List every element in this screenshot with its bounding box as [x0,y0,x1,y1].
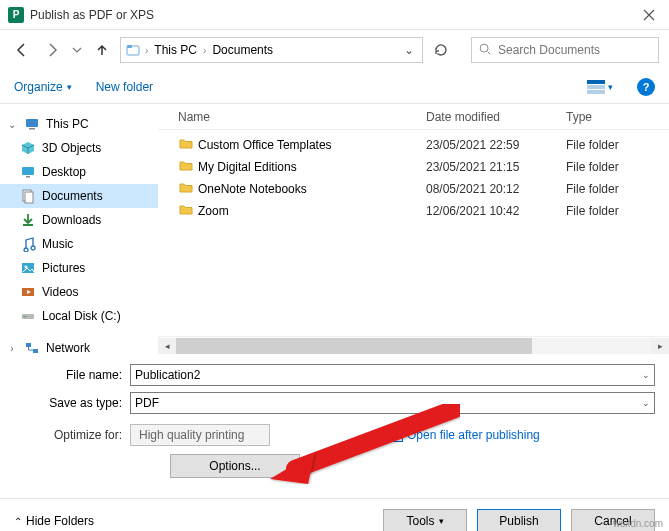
scroll-right-icon[interactable]: ▸ [651,338,669,354]
column-headers[interactable]: Name Date modified Type [158,104,669,130]
search-input[interactable]: Search Documents [471,37,659,63]
music-icon [20,236,36,252]
hide-folders-button[interactable]: ⌃ Hide Folders [14,514,94,528]
chevron-down-icon: ▾ [67,82,72,92]
network-icon [24,340,40,354]
svg-point-2 [480,44,488,52]
tree-item-local-disk[interactable]: Local Disk (C:) [0,304,158,328]
tree-label: 3D Objects [42,141,101,155]
file-name: My Digital Editions [198,160,426,174]
folder-icon [178,180,198,199]
help-icon[interactable]: ? [637,78,655,96]
table-row[interactable]: OneNote Notebooks08/05/2021 20:12File fo… [158,178,669,200]
chevron-right-icon: › [203,45,206,56]
folder-icon [178,158,198,177]
svg-rect-1 [127,45,132,48]
file-type: File folder [566,204,669,218]
documents-icon [20,188,36,204]
publish-button[interactable]: Publish [477,509,561,531]
column-date[interactable]: Date modified [426,110,566,124]
tree-label: Pictures [42,261,85,275]
svg-rect-11 [25,192,33,203]
disk-icon [20,308,36,324]
chevron-up-icon: ⌃ [14,516,22,527]
saveas-dropdown[interactable]: PDF ⌄ [130,392,655,414]
refresh-icon[interactable] [429,38,453,62]
breadcrumb[interactable]: › This PC › Documents ⌄ [120,37,423,63]
tree-item-3d-objects[interactable]: 3D Objects [0,136,158,160]
svg-rect-4 [587,85,605,89]
svg-rect-19 [33,349,38,353]
table-row[interactable]: Zoom12/06/2021 10:42File folder [158,200,669,222]
file-name: Custom Office Templates [198,138,426,152]
tree-item-this-pc[interactable]: ⌄ This PC [0,112,158,136]
file-name: Zoom [198,204,426,218]
tree-item-pictures[interactable]: Pictures [0,256,158,280]
table-row[interactable]: Custom Office Templates23/05/2021 22:59F… [158,134,669,156]
back-icon[interactable] [10,38,34,62]
svg-rect-5 [587,90,605,94]
file-name: OneNote Notebooks [198,182,426,196]
svg-rect-17 [24,316,27,317]
downloads-icon [20,212,36,228]
open-after-label: Open file after publishing [407,428,540,442]
tree-item-documents[interactable]: Documents [0,184,158,208]
svg-rect-18 [26,343,31,347]
tree-label: Documents [42,189,103,203]
new-folder-button[interactable]: New folder [96,80,153,94]
tree-item-music[interactable]: Music [0,232,158,256]
up-icon[interactable] [90,38,114,62]
tree-item-videos[interactable]: Videos [0,280,158,304]
file-date: 23/05/2021 21:15 [426,160,566,174]
organize-button[interactable]: Organize ▾ [14,80,72,94]
tree-item-network[interactable]: › Network [0,336,158,354]
close-icon[interactable] [629,0,669,30]
svg-rect-12 [23,224,33,226]
table-row[interactable]: My Digital Editions23/05/2021 21:15File … [158,156,669,178]
filename-input[interactable]: Publication2 ⌄ [130,364,655,386]
options-button[interactable]: Options... [170,454,300,478]
tree-item-downloads[interactable]: Downloads [0,208,158,232]
optimize-value: High quality printing [130,424,270,446]
open-after-checkbox[interactable]: ✓ Open file after publishing [390,428,540,442]
filename-label: File name: [14,368,130,382]
tree-label: Videos [42,285,78,299]
3d-icon [20,140,36,156]
tree-item-desktop[interactable]: Desktop [0,160,158,184]
column-type[interactable]: Type [566,110,669,124]
pictures-icon [20,260,36,276]
breadcrumb-folder[interactable]: Documents [210,43,275,57]
tree-label: Desktop [42,165,86,179]
horizontal-scrollbar[interactable]: ◂ ▸ [158,336,669,354]
search-icon [478,42,492,59]
optimize-label: Optimize for: [54,428,130,442]
pc-icon [24,116,40,132]
chevron-down-icon[interactable]: ⌄ [642,398,650,408]
svg-rect-9 [26,176,30,178]
file-date: 08/05/2021 20:12 [426,182,566,196]
tree-label: This PC [46,117,89,131]
chevron-down-icon[interactable]: ⌄ [642,370,650,380]
tools-button[interactable]: Tools ▾ [383,509,467,531]
file-date: 12/06/2021 10:42 [426,204,566,218]
scroll-left-icon[interactable]: ◂ [158,338,176,354]
chevron-down-icon: ▾ [439,516,444,526]
chevron-down-icon[interactable]: ⌄ [400,43,418,57]
tree-label: Local Disk (C:) [42,309,121,323]
saveas-value: PDF [135,396,159,410]
chevron-down-icon[interactable]: ⌄ [6,119,18,130]
saveas-label: Save as type: [14,396,130,410]
search-placeholder: Search Documents [498,43,600,57]
recent-dropdown-icon[interactable] [70,38,84,62]
file-type: File folder [566,182,669,196]
hide-folders-label: Hide Folders [26,514,94,528]
svg-rect-6 [26,119,38,127]
column-name[interactable]: Name [178,110,426,124]
scroll-thumb[interactable] [176,338,532,354]
svg-rect-7 [29,128,35,130]
view-mode-button[interactable]: ▾ [587,80,613,94]
chevron-right-icon[interactable]: › [6,343,18,354]
breadcrumb-root[interactable]: This PC [152,43,199,57]
forward-icon[interactable] [40,38,64,62]
filename-value: Publication2 [135,368,200,382]
